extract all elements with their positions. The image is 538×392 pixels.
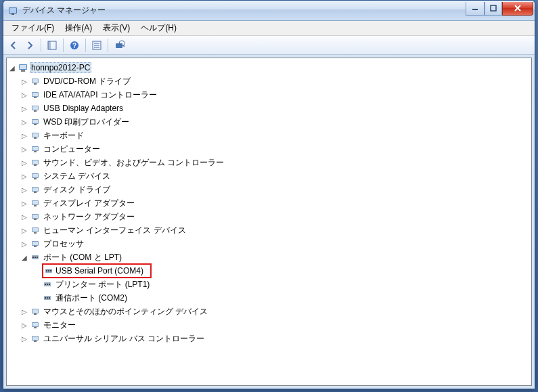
tree-node-label[interactable]: プロセッサ — [42, 238, 85, 251]
tree-root-node[interactable]: ◢ honnpo2012-PC — [8, 61, 530, 74]
tree-node[interactable]: ▷ユニバーサル シリアル バス コントローラー — [20, 332, 530, 345]
tree-node[interactable]: ▷ディスク ドライブ — [20, 183, 530, 196]
menu-view[interactable]: 表示(V) — [97, 21, 135, 35]
tree-node[interactable]: ▷WSD 印刷プロバイダー — [20, 115, 530, 129]
toolbar-separator — [41, 39, 41, 52]
tree-node[interactable]: ▷システム デバイス — [20, 169, 530, 183]
tree-node[interactable]: ▷コンピューター — [20, 142, 530, 156]
tree-node-label[interactable]: IDE ATA/ATAPI コントローラー — [42, 89, 158, 102]
device-icon — [42, 292, 53, 303]
tree-node-label[interactable]: コンピューター — [42, 143, 102, 156]
tree-node[interactable]: ▷ディスプレイ アダプター — [20, 196, 530, 210]
svg-rect-35 — [32, 147, 38, 150]
tree-node[interactable]: ▷プリンター ポート (LPT1) — [32, 278, 530, 291]
svg-rect-18 — [21, 70, 25, 72]
tree-node-label[interactable]: ユニバーサル シリアル バス コントローラー — [42, 332, 206, 345]
svg-rect-60 — [35, 257, 36, 258]
tree-root-label[interactable]: honnpo2012-PC — [30, 62, 91, 73]
collapse-icon[interactable]: ◢ — [8, 64, 16, 72]
svg-rect-76 — [34, 313, 37, 315]
maximize-button[interactable] — [485, 2, 502, 16]
expand-icon[interactable]: ▷ — [20, 186, 28, 194]
expand-icon[interactable]: ▷ — [20, 131, 28, 139]
tree-node-label[interactable]: USB Serial Port (COM4) — [54, 265, 145, 276]
device-icon — [30, 103, 41, 114]
tree-node[interactable]: ▷DVD/CD-ROM ドライブ — [20, 74, 530, 88]
tree-node[interactable]: ▷プロセッサ — [20, 237, 530, 251]
svg-rect-36 — [34, 151, 37, 152]
expand-icon[interactable]: ▷ — [20, 158, 28, 167]
tree-node[interactable]: ◢ポート (COM と LPT) — [20, 251, 530, 264]
device-icon — [30, 198, 41, 209]
menu-file[interactable]: ファイル(F) — [6, 21, 60, 35]
device-icon — [43, 265, 54, 276]
window-frame: デバイス マネージャー ファイル(F) 操作(A) 表示(V) ヘルプ(H) ? — [3, 0, 535, 389]
device-icon — [30, 320, 41, 330]
tree-node-label[interactable]: 通信ポート (COM2) — [54, 292, 129, 305]
tree-node-label[interactable]: ネットワーク アダプター — [42, 211, 136, 223]
svg-rect-64 — [48, 270, 49, 271]
expand-icon[interactable]: ▷ — [20, 104, 28, 112]
expand-icon[interactable]: ▷ — [20, 334, 28, 343]
svg-rect-39 — [34, 165, 37, 166]
help-button[interactable]: ? — [67, 38, 82, 53]
device-icon — [30, 144, 41, 154]
expand-icon[interactable]: ▷ — [20, 145, 28, 153]
back-button[interactable] — [6, 38, 21, 53]
tree-node-label[interactable]: ディスク ドライブ — [42, 183, 112, 196]
tree-node[interactable]: ▷マウスとそのほかのポインティング デバイス — [20, 305, 530, 318]
minimize-button[interactable] — [466, 2, 485, 16]
tree-node[interactable]: ▷USB Serial Port (COM4) — [32, 264, 530, 278]
tree-node-label[interactable]: キーボード — [42, 129, 85, 142]
device-icon — [30, 333, 41, 344]
tree-node-label[interactable]: プリンター ポート (LPT1) — [54, 278, 151, 291]
expand-icon[interactable]: ▷ — [20, 77, 28, 85]
expand-icon[interactable]: ▷ — [20, 321, 28, 329]
forward-button[interactable] — [22, 38, 37, 53]
show-hide-tree-button[interactable] — [45, 38, 60, 53]
tree-node[interactable]: ▷キーボード — [20, 129, 530, 142]
tree-node-label[interactable]: DVD/CD-ROM ドライブ — [42, 75, 132, 88]
device-tree[interactable]: ◢ honnpo2012-PC ▷DVD/CD-ROM ドライブ▷IDE ATA… — [8, 61, 530, 345]
properties-button[interactable] — [89, 38, 104, 53]
expand-icon[interactable]: ▷ — [20, 213, 28, 221]
svg-rect-4 — [491, 5, 496, 11]
menu-action[interactable]: 操作(A) — [60, 21, 97, 35]
svg-rect-41 — [32, 174, 38, 177]
tree-node-label[interactable]: ディスプレイ アダプター — [42, 197, 136, 210]
expand-icon[interactable]: ▷ — [20, 172, 28, 180]
tree-node[interactable]: ▷ヒューマン インターフェイス デバイス — [20, 223, 530, 237]
scan-hardware-button[interactable] — [112, 38, 127, 53]
tree-node-label[interactable]: モニター — [42, 319, 77, 332]
expand-icon[interactable]: ▷ — [20, 240, 28, 248]
expand-icon[interactable]: ▷ — [20, 226, 28, 234]
tree-node-label[interactable]: ポート (COM と LPT) — [42, 251, 123, 264]
collapse-icon[interactable]: ◢ — [20, 253, 28, 261]
device-icon — [30, 306, 41, 317]
titlebar[interactable]: デバイス マネージャー — [3, 1, 535, 21]
tree-node[interactable]: ▷USB Display Adapters — [20, 102, 530, 115]
tree-node-label[interactable]: システム デバイス — [42, 170, 112, 183]
device-icon — [30, 171, 41, 181]
tree-node[interactable]: ▷モニター — [20, 318, 530, 332]
tree-node-label[interactable]: WSD 印刷プロバイダー — [42, 116, 131, 129]
tree-node-label[interactable]: マウスとそのほかのポインティング デバイス — [42, 305, 209, 318]
tree-node-label[interactable]: サウンド、ビデオ、およびゲーム コントローラー — [42, 156, 225, 169]
device-icon — [30, 130, 41, 141]
expand-icon[interactable]: ▷ — [20, 118, 28, 126]
expand-icon[interactable]: ▷ — [20, 91, 28, 99]
expand-icon[interactable]: ▷ — [20, 307, 28, 315]
expand-icon[interactable]: ▷ — [20, 199, 28, 207]
svg-rect-82 — [34, 341, 37, 342]
close-button[interactable] — [502, 2, 533, 16]
tree-node-label[interactable]: ヒューマン インターフェイス デバイス — [42, 224, 187, 237]
tree-node[interactable]: ▷IDE ATA/ATAPI コントローラー — [20, 88, 530, 102]
svg-rect-26 — [32, 106, 38, 110]
tree-node[interactable]: ▷ネットワーク アダプター — [20, 210, 530, 223]
tree-node-label[interactable]: USB Display Adapters — [42, 103, 125, 114]
window-controls — [466, 2, 533, 16]
tree-node[interactable]: ▷サウンド、ビデオ、およびゲーム コントローラー — [20, 156, 530, 169]
menu-help[interactable]: ヘルプ(H) — [135, 21, 182, 35]
tree-node[interactable]: ▷通信ポート (COM2) — [32, 291, 530, 305]
svg-rect-24 — [34, 97, 37, 98]
